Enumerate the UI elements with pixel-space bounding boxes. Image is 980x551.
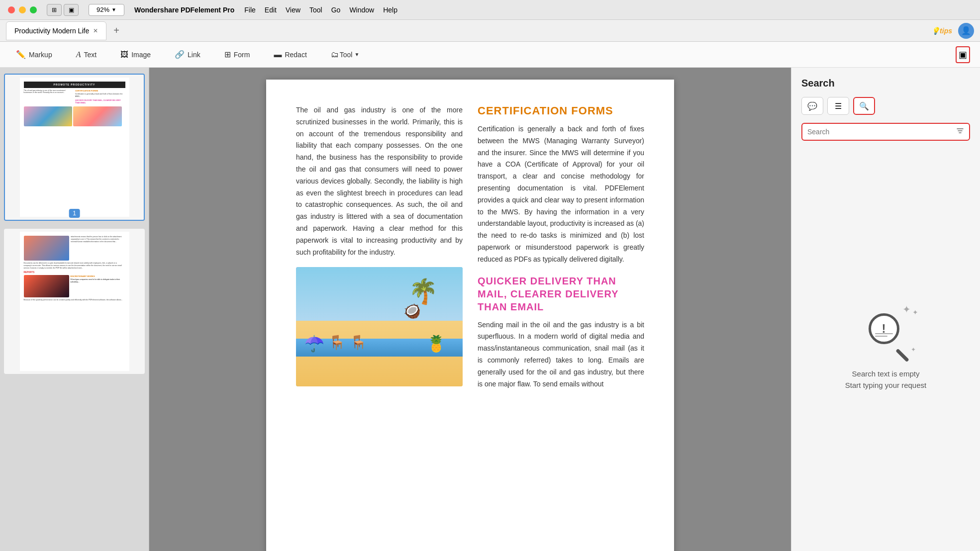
menu-help[interactable]: Help [383,6,397,14]
redact-label: Redact [285,51,306,59]
search-empty-line2: Start typing your request [845,380,926,391]
user-avatar[interactable]: 👤 [958,23,974,39]
markup-icon: ✏️ [16,50,26,59]
two-column-layout: The oil and gas industry is one of the m… [296,104,644,399]
traffic-lights [8,6,37,13]
thumbnail-sidebar: PROMOTE PRODUCTIVITY The oil and gas ind… [0,68,149,551]
thumbnail-content-1: PROMOTE PRODUCTIVITY The oil and gas ind… [20,78,129,217]
magnifier-lines [875,333,893,337]
tool-label: Tool [340,51,353,59]
certification-body: Certification is generally a back and fo… [478,123,644,266]
sidebar-view-button[interactable]: ▣ [64,4,79,16]
document-area: The oil and gas industry is one of the m… [149,68,791,551]
search-tab-button[interactable]: 🔍 [853,97,875,115]
beach-image: 🌴 ☂️ 🪑 🪑 🥥 🍍 [296,267,463,386]
titlebar: ⊞ ▣ 92% ▼ Wondershare PDFelement Pro Fil… [0,0,980,20]
sparkle-icon-2: ✦ [912,308,918,316]
certification-heading: CERTIFICATION FORMS [478,104,644,117]
page-number-1: 1 [69,209,80,218]
magnifier-handle [895,349,909,363]
left-body-text: The oil and gas industry is one of the m… [296,104,463,258]
redact-button[interactable]: ▬ Redact [268,47,312,62]
image-button[interactable]: 🖼 Image [114,47,157,62]
markup-label: Markup [29,51,52,59]
thumbnail-image-2: attachments means that the person has to… [4,229,145,374]
search-input[interactable] [807,128,956,136]
view-icons: ⊞ ▣ [47,4,79,16]
form-label: Form [234,51,250,59]
minimize-button[interactable] [19,6,26,13]
text-label: Text [84,51,97,59]
search-input-container [801,123,970,141]
zoom-value: 92% [97,6,109,13]
search-illustration: ✦ ✦ ✦ ! [856,301,916,361]
zoom-dropdown[interactable]: 92% ▼ [89,4,124,16]
thumbnail-page-1[interactable]: PROMOTE PRODUCTIVITY The oil and gas ind… [4,74,145,221]
main-area: PROMOTE PRODUCTIVITY The oil and gas ind… [0,68,980,551]
grid-view-button[interactable]: ⊞ [47,4,62,16]
markup-button[interactable]: ✏️ Markup [10,47,58,62]
form-button[interactable]: ⊞ Form [218,47,256,62]
sparkle-icon-1: ✦ [902,303,911,315]
menu-go[interactable]: Go [331,6,341,14]
panel-toggle-button[interactable]: ▣ [956,46,970,63]
search-empty-line1: Search text is empty [845,368,926,380]
document-page: The oil and gas industry is one of the m… [266,80,674,551]
filter-icon[interactable] [956,127,964,137]
magnifier-circle: ! [869,313,899,344]
redact-icon: ▬ [274,50,282,59]
new-tab-button[interactable]: + [110,25,122,37]
tool-button[interactable]: 🗂 Tool ▼ [325,47,366,62]
search-panel-title: Search [801,78,970,89]
search-empty-state: ✦ ✦ ✦ ! [801,151,970,541]
tool-icon: 🗂 [331,50,339,59]
image-label: Image [131,51,151,59]
delivery-heading: QUICKER DELIVERY THAN MAIL, CLEARER DELI… [478,275,644,313]
list-tab[interactable]: ☰ [827,97,849,115]
link-button[interactable]: 🔗 Link [169,47,206,62]
active-tab[interactable]: Productivity Modern Life ✕ [6,21,106,40]
thumbnail-image-1: PROMOTE PRODUCTIVITY The oil and gas ind… [5,75,144,220]
sparkle-icon-3: ✦ [911,346,916,353]
comment-tab-icon: 💬 [807,101,817,111]
thumbnail-content-2: attachments means that the person has to… [20,232,129,371]
form-icon: ⊞ [224,50,231,59]
magnifier: ! [869,313,903,348]
search-panel: Search 💬 ☰ 🔍 [791,68,980,551]
right-column: CERTIFICATION FORMS Certification is gen… [478,104,644,399]
tips-icon[interactable]: 💡tips [931,27,952,35]
menu-tool[interactable]: Tool [309,6,322,14]
comment-tab[interactable]: 💬 [801,97,823,115]
menu-window[interactable]: Window [349,6,374,14]
thumbnail-page-2[interactable]: attachments means that the person has to… [4,229,145,374]
tab-right-controls: 💡tips 👤 [931,23,974,39]
image-icon: 🖼 [120,50,128,59]
search-tabs: 💬 ☰ 🔍 [801,97,970,115]
menu-view[interactable]: View [286,6,300,14]
delivery-body: Sending mail in the oil and the gas indu… [478,319,644,390]
maximize-button[interactable] [30,6,37,13]
link-label: Link [188,51,200,59]
menu-edit[interactable]: Edit [265,6,277,14]
text-button[interactable]: A Text [70,47,102,62]
left-column: The oil and gas industry is one of the m… [296,104,463,399]
close-button[interactable] [8,6,15,13]
menu-bar: File Edit View Tool Go Window Help [244,6,397,14]
text-icon: A [76,50,81,59]
menu-file[interactable]: File [244,6,256,14]
tool-chevron-icon: ▼ [354,52,359,57]
tab-title: Productivity Modern Life [14,27,89,35]
search-empty-text: Search text is empty Start typing your r… [845,368,926,391]
toolbar: ✏️ Markup A Text 🖼 Image 🔗 Link ⊞ Form ▬… [0,42,980,68]
link-icon: 🔗 [175,50,185,59]
search-tab-icon: 🔍 [859,101,869,111]
tab-close-button[interactable]: ✕ [93,27,98,34]
app-name: Wondershare PDFelement Pro [134,6,234,14]
zoom-chevron: ▼ [111,7,116,12]
tabbar: Productivity Modern Life ✕ + 💡tips 👤 [0,20,980,42]
list-tab-icon: ☰ [835,101,842,111]
panel-toggle-icon: ▣ [959,50,967,60]
